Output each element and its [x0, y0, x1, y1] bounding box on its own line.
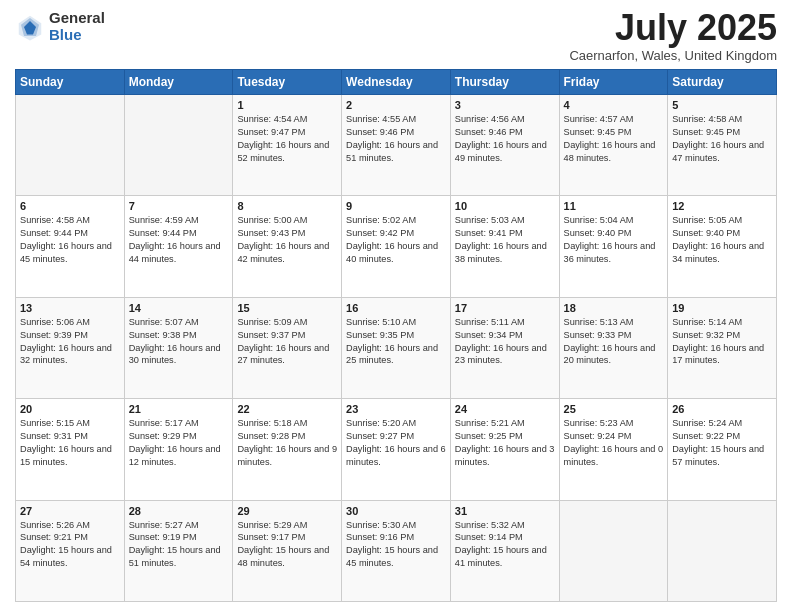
day-info: Sunrise: 5:21 AM Sunset: 9:25 PM Dayligh… [455, 417, 555, 469]
day-number: 17 [455, 302, 555, 314]
day-info: Sunrise: 5:00 AM Sunset: 9:43 PM Dayligh… [237, 214, 337, 266]
calendar-cell [668, 500, 777, 601]
calendar-cell: 13Sunrise: 5:06 AM Sunset: 9:39 PM Dayli… [16, 297, 125, 398]
calendar-cell: 2Sunrise: 4:55 AM Sunset: 9:46 PM Daylig… [342, 95, 451, 196]
calendar-cell: 20Sunrise: 5:15 AM Sunset: 9:31 PM Dayli… [16, 399, 125, 500]
day-number: 28 [129, 505, 229, 517]
calendar-cell: 26Sunrise: 5:24 AM Sunset: 9:22 PM Dayli… [668, 399, 777, 500]
logo: General Blue [15, 10, 105, 43]
day-info: Sunrise: 5:23 AM Sunset: 9:24 PM Dayligh… [564, 417, 664, 469]
calendar-cell [559, 500, 668, 601]
page: General Blue July 2025 Caernarfon, Wales… [0, 0, 792, 612]
calendar-cell: 6Sunrise: 4:58 AM Sunset: 9:44 PM Daylig… [16, 196, 125, 297]
day-info: Sunrise: 5:03 AM Sunset: 9:41 PM Dayligh… [455, 214, 555, 266]
day-number: 4 [564, 99, 664, 111]
day-info: Sunrise: 5:20 AM Sunset: 9:27 PM Dayligh… [346, 417, 446, 469]
calendar-cell: 10Sunrise: 5:03 AM Sunset: 9:41 PM Dayli… [450, 196, 559, 297]
calendar-cell: 30Sunrise: 5:30 AM Sunset: 9:16 PM Dayli… [342, 500, 451, 601]
day-info: Sunrise: 5:14 AM Sunset: 9:32 PM Dayligh… [672, 316, 772, 368]
day-number: 10 [455, 200, 555, 212]
day-number: 18 [564, 302, 664, 314]
day-number: 5 [672, 99, 772, 111]
calendar-cell: 22Sunrise: 5:18 AM Sunset: 9:28 PM Dayli… [233, 399, 342, 500]
day-info: Sunrise: 4:58 AM Sunset: 9:45 PM Dayligh… [672, 113, 772, 165]
day-number: 27 [20, 505, 120, 517]
week-row-2: 6Sunrise: 4:58 AM Sunset: 9:44 PM Daylig… [16, 196, 777, 297]
calendar-cell: 19Sunrise: 5:14 AM Sunset: 9:32 PM Dayli… [668, 297, 777, 398]
calendar-cell: 14Sunrise: 5:07 AM Sunset: 9:38 PM Dayli… [124, 297, 233, 398]
day-info: Sunrise: 5:10 AM Sunset: 9:35 PM Dayligh… [346, 316, 446, 368]
day-info: Sunrise: 5:24 AM Sunset: 9:22 PM Dayligh… [672, 417, 772, 469]
day-number: 25 [564, 403, 664, 415]
day-info: Sunrise: 5:26 AM Sunset: 9:21 PM Dayligh… [20, 519, 120, 571]
day-number: 8 [237, 200, 337, 212]
day-number: 1 [237, 99, 337, 111]
day-info: Sunrise: 4:55 AM Sunset: 9:46 PM Dayligh… [346, 113, 446, 165]
weekday-header-thursday: Thursday [450, 70, 559, 95]
day-number: 21 [129, 403, 229, 415]
calendar-cell: 8Sunrise: 5:00 AM Sunset: 9:43 PM Daylig… [233, 196, 342, 297]
calendar-cell: 7Sunrise: 4:59 AM Sunset: 9:44 PM Daylig… [124, 196, 233, 297]
day-info: Sunrise: 5:02 AM Sunset: 9:42 PM Dayligh… [346, 214, 446, 266]
day-number: 16 [346, 302, 446, 314]
calendar-cell: 11Sunrise: 5:04 AM Sunset: 9:40 PM Dayli… [559, 196, 668, 297]
calendar-cell: 4Sunrise: 4:57 AM Sunset: 9:45 PM Daylig… [559, 95, 668, 196]
logo-text: General Blue [49, 10, 105, 43]
day-info: Sunrise: 4:59 AM Sunset: 9:44 PM Dayligh… [129, 214, 229, 266]
title-section: July 2025 Caernarfon, Wales, United King… [569, 10, 777, 63]
weekday-header-friday: Friday [559, 70, 668, 95]
weekday-header-tuesday: Tuesday [233, 70, 342, 95]
day-info: Sunrise: 5:13 AM Sunset: 9:33 PM Dayligh… [564, 316, 664, 368]
day-info: Sunrise: 4:56 AM Sunset: 9:46 PM Dayligh… [455, 113, 555, 165]
weekday-header-row: SundayMondayTuesdayWednesdayThursdayFrid… [16, 70, 777, 95]
day-number: 12 [672, 200, 772, 212]
calendar-cell: 15Sunrise: 5:09 AM Sunset: 9:37 PM Dayli… [233, 297, 342, 398]
day-info: Sunrise: 5:04 AM Sunset: 9:40 PM Dayligh… [564, 214, 664, 266]
calendar-cell: 31Sunrise: 5:32 AM Sunset: 9:14 PM Dayli… [450, 500, 559, 601]
week-row-3: 13Sunrise: 5:06 AM Sunset: 9:39 PM Dayli… [16, 297, 777, 398]
day-info: Sunrise: 5:18 AM Sunset: 9:28 PM Dayligh… [237, 417, 337, 469]
day-number: 9 [346, 200, 446, 212]
header: General Blue July 2025 Caernarfon, Wales… [15, 10, 777, 63]
calendar-cell: 28Sunrise: 5:27 AM Sunset: 9:19 PM Dayli… [124, 500, 233, 601]
day-number: 13 [20, 302, 120, 314]
day-number: 6 [20, 200, 120, 212]
day-info: Sunrise: 5:07 AM Sunset: 9:38 PM Dayligh… [129, 316, 229, 368]
day-number: 15 [237, 302, 337, 314]
week-row-1: 1Sunrise: 4:54 AM Sunset: 9:47 PM Daylig… [16, 95, 777, 196]
calendar-cell: 29Sunrise: 5:29 AM Sunset: 9:17 PM Dayli… [233, 500, 342, 601]
weekday-header-wednesday: Wednesday [342, 70, 451, 95]
day-info: Sunrise: 5:32 AM Sunset: 9:14 PM Dayligh… [455, 519, 555, 571]
day-number: 2 [346, 99, 446, 111]
day-number: 23 [346, 403, 446, 415]
day-number: 29 [237, 505, 337, 517]
day-number: 3 [455, 99, 555, 111]
day-info: Sunrise: 5:11 AM Sunset: 9:34 PM Dayligh… [455, 316, 555, 368]
calendar-cell: 25Sunrise: 5:23 AM Sunset: 9:24 PM Dayli… [559, 399, 668, 500]
logo-blue-text: Blue [49, 27, 105, 44]
calendar-cell: 23Sunrise: 5:20 AM Sunset: 9:27 PM Dayli… [342, 399, 451, 500]
day-number: 19 [672, 302, 772, 314]
calendar-cell: 18Sunrise: 5:13 AM Sunset: 9:33 PM Dayli… [559, 297, 668, 398]
location: Caernarfon, Wales, United Kingdom [569, 48, 777, 63]
calendar-cell [16, 95, 125, 196]
weekday-header-sunday: Sunday [16, 70, 125, 95]
logo-icon [15, 12, 45, 42]
calendar-cell: 21Sunrise: 5:17 AM Sunset: 9:29 PM Dayli… [124, 399, 233, 500]
day-info: Sunrise: 4:58 AM Sunset: 9:44 PM Dayligh… [20, 214, 120, 266]
day-info: Sunrise: 5:17 AM Sunset: 9:29 PM Dayligh… [129, 417, 229, 469]
calendar-cell: 1Sunrise: 4:54 AM Sunset: 9:47 PM Daylig… [233, 95, 342, 196]
calendar-cell: 17Sunrise: 5:11 AM Sunset: 9:34 PM Dayli… [450, 297, 559, 398]
day-number: 14 [129, 302, 229, 314]
calendar-cell: 5Sunrise: 4:58 AM Sunset: 9:45 PM Daylig… [668, 95, 777, 196]
day-number: 31 [455, 505, 555, 517]
day-info: Sunrise: 5:15 AM Sunset: 9:31 PM Dayligh… [20, 417, 120, 469]
weekday-header-saturday: Saturday [668, 70, 777, 95]
day-number: 24 [455, 403, 555, 415]
day-info: Sunrise: 5:05 AM Sunset: 9:40 PM Dayligh… [672, 214, 772, 266]
day-number: 30 [346, 505, 446, 517]
day-number: 26 [672, 403, 772, 415]
calendar-table: SundayMondayTuesdayWednesdayThursdayFrid… [15, 69, 777, 602]
calendar-cell: 12Sunrise: 5:05 AM Sunset: 9:40 PM Dayli… [668, 196, 777, 297]
week-row-4: 20Sunrise: 5:15 AM Sunset: 9:31 PM Dayli… [16, 399, 777, 500]
